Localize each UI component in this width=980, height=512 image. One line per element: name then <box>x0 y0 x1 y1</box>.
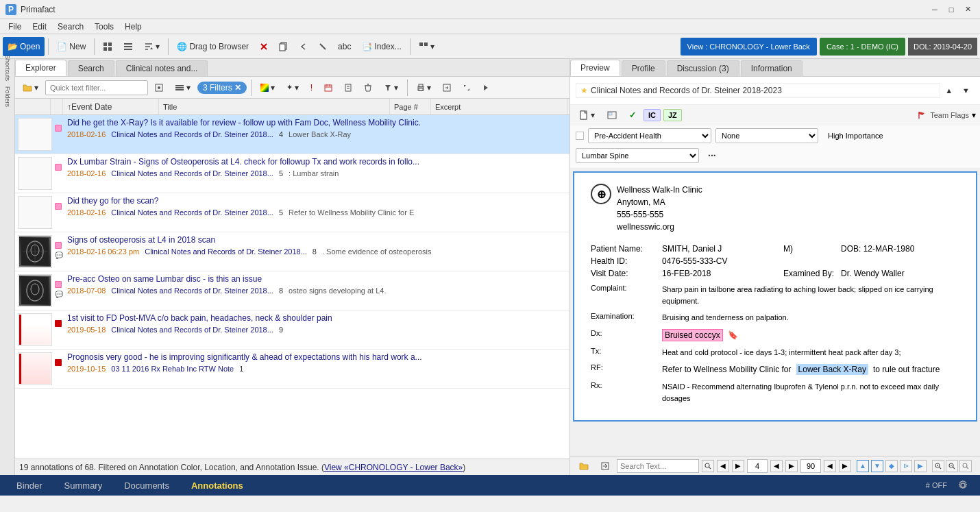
zoom-input[interactable] <box>800 459 821 473</box>
view-link[interactable]: View «CHRONOLOGY - Lower Back» <box>324 463 463 472</box>
col-event-date[interactable]: ↑ Event Date <box>63 99 159 114</box>
prev-folder-btn[interactable] <box>574 456 593 476</box>
issue-select[interactable]: None <box>715 128 818 143</box>
quick-filter-input[interactable] <box>45 80 148 95</box>
nav-annotations[interactable]: Annotations <box>182 478 253 493</box>
col-page[interactable]: Page # <box>390 99 431 114</box>
menu-file[interactable]: File <box>3 21 27 33</box>
minimize-button[interactable]: ─ <box>928 4 942 15</box>
new-button[interactable]: 📄 New <box>52 37 90 56</box>
export-btn[interactable] <box>438 78 456 97</box>
location-select[interactable]: Lumbar Spine <box>576 148 699 163</box>
filter-clear-icon[interactable]: ✕ <box>234 83 241 93</box>
scroll-down-btn[interactable]: ▼ <box>957 81 975 100</box>
copy-buttons[interactable] <box>274 37 293 56</box>
nav-summary[interactable]: Summary <box>55 478 112 493</box>
search-go-btn[interactable] <box>702 460 714 472</box>
tab-profile[interactable]: Profile <box>622 60 665 76</box>
tab-discussion[interactable]: Discussion (3) <box>667 60 739 76</box>
page-input[interactable] <box>747 459 768 473</box>
menu-edit[interactable]: Edit <box>27 21 52 33</box>
close-button[interactable]: ✕ <box>961 4 975 15</box>
navigate-buttons[interactable] <box>295 37 313 56</box>
prev-open-btn[interactable] <box>596 456 614 476</box>
annotation-row[interactable]: Prognosis very good - he is improving si… <box>15 350 569 389</box>
ann-flag-btn[interactable]: ⊳ <box>900 460 912 472</box>
ann-up-btn[interactable]: ▲ <box>857 460 869 472</box>
row-page-7: 1 <box>239 365 243 373</box>
category-select[interactable]: Pre-Accident Health <box>588 128 711 143</box>
tab-information[interactable]: Information <box>741 60 803 76</box>
zoom-next-btn[interactable]: ▶ <box>839 460 851 472</box>
print-btn[interactable]: ▾ <box>412 78 436 97</box>
checkmark-btn[interactable]: ✓ <box>624 106 641 125</box>
nav-documents[interactable]: Documents <box>114 478 179 493</box>
window-btn[interactable] <box>602 106 622 125</box>
tab-search[interactable]: Search <box>68 60 114 76</box>
ann-right-btn[interactable]: ▶ <box>914 460 927 472</box>
preview-search-input[interactable] <box>617 459 699 473</box>
ann-diamond-btn[interactable]: ◆ <box>885 460 898 472</box>
calendar-btn[interactable] <box>319 78 337 97</box>
team-flags-label[interactable]: Team Flags <box>930 111 969 119</box>
nav-right-btn[interactable] <box>478 78 494 97</box>
doc-icon-btn[interactable]: ▾ <box>574 106 600 125</box>
more-button[interactable]: ▾ <box>414 37 439 56</box>
funnel-btn[interactable]: ▾ <box>379 78 403 97</box>
tab-explorer[interactable]: Explorer <box>15 60 66 76</box>
doc-filter-btn[interactable] <box>339 78 357 97</box>
menu-help[interactable]: Help <box>119 21 147 33</box>
nav-binder[interactable]: Binder <box>7 478 52 493</box>
settings-btn[interactable] <box>953 476 973 495</box>
highlight-btn[interactable]: ✦ ▾ <box>282 78 304 97</box>
scroll-up-btn[interactable]: ▲ <box>940 81 957 100</box>
menu-tools[interactable]: Tools <box>89 21 119 33</box>
annotation-row[interactable]: 💬 Signs of osteoperosis at L4 in 2018 sc… <box>15 232 569 271</box>
expand-btn[interactable] <box>458 78 476 97</box>
page-prev-btn[interactable]: ◀ <box>770 460 783 472</box>
doc-preview[interactable]: ⊕ Wellness Walk-In Clinic Anytown, MA 55… <box>570 169 980 456</box>
delete-red-button[interactable] <box>314 37 332 56</box>
zoom-fit-btn[interactable] <box>959 460 972 472</box>
ann-down-btn[interactable]: ▼ <box>871 460 883 472</box>
view-button[interactable]: View : CHRONOLOGY - Lower Back <box>681 38 817 56</box>
delete-button[interactable] <box>255 37 273 56</box>
maximize-button[interactable]: □ <box>944 4 958 15</box>
sort-button[interactable]: ▾ <box>139 37 164 56</box>
list-options-button[interactable]: ▾ <box>170 78 195 97</box>
menu-search[interactable]: Search <box>52 21 89 33</box>
case-button[interactable]: Case : 1 - DEMO (IC) <box>820 38 905 56</box>
zoom-prev-btn[interactable]: ◀ <box>824 460 836 472</box>
open-button[interactable]: 📂 Open <box>3 37 45 56</box>
col-title[interactable]: Title <box>159 99 390 114</box>
index-button[interactable]: 📑 Index... <box>357 37 406 56</box>
annotation-row[interactable]: 1st visit to FD Post-MVA c/o back pain, … <box>15 310 569 350</box>
tab-clinical-notes[interactable]: Clinical notes and... <box>116 60 208 76</box>
next-page-btn[interactable]: ▶ <box>732 460 744 472</box>
zoom-out-btn[interactable] <box>946 460 958 472</box>
prev-page-btn[interactable]: ◀ <box>717 460 729 472</box>
annotation-row[interactable]: Did he get the X-Ray? Is it available fo… <box>15 115 569 154</box>
drag-to-browser-button[interactable]: 🌐 Drag to Browser <box>172 37 254 56</box>
tab-preview[interactable]: Preview <box>570 60 620 76</box>
annotation-row[interactable]: 💬 Pre-acc Osteo on same Lumbar disc - is… <box>15 271 569 310</box>
page-next-btn[interactable]: ▶ <box>785 460 798 472</box>
ic-badge[interactable]: IC <box>644 109 661 121</box>
flag-btn[interactable]: ! <box>306 78 317 97</box>
filter-badge[interactable]: 3 Filters ✕ <box>197 82 247 94</box>
sidebar-shortcuts[interactable]: Shortcuts <box>1 62 14 74</box>
spell-button[interactable]: abc <box>333 37 356 56</box>
filter-settings-button[interactable] <box>150 78 168 97</box>
sidebar-folders[interactable]: Folders <box>1 90 14 103</box>
col-excerpt[interactable]: Excerpt <box>431 99 568 114</box>
zoom-in-btn[interactable] <box>932 460 944 472</box>
list-view-button[interactable] <box>119 37 138 56</box>
color-filter-btn[interactable]: ▾ <box>256 78 280 97</box>
more-options-btn[interactable]: ··· <box>703 146 721 165</box>
annotation-row[interactable]: Dx Lumbar Strain - Signs of Osteoperosis… <box>15 154 569 193</box>
view-icons-button[interactable] <box>98 37 117 56</box>
folder-btn[interactable]: ▾ <box>18 78 43 97</box>
delete-filter-btn[interactable] <box>359 78 377 97</box>
annotation-row[interactable]: Did they go for the scan? 2018-02-16 Cli… <box>15 193 569 232</box>
jz-badge[interactable]: JZ <box>663 109 682 121</box>
